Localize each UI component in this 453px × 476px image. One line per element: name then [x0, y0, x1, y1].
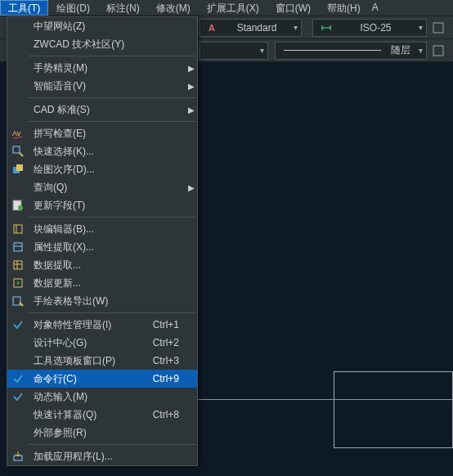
- check-icon: [7, 319, 29, 330]
- menu-shortcut: Ctrl+1: [153, 319, 186, 330]
- block-editor-icon: [7, 223, 29, 235]
- menu-label: 数据提取...: [29, 258, 186, 272]
- menu-item-voice[interactable]: 智能语音(V)▶: [7, 77, 197, 95]
- svg-point-12: [18, 205, 23, 210]
- color-dropdown[interactable]: ▾: [200, 42, 268, 60]
- menu-label: 属性提取(X)...: [29, 240, 186, 254]
- svg-rect-5: [433, 46, 443, 56]
- menu-item-load-app[interactable]: 加载应用程序(L)...: [7, 447, 197, 465]
- menu-item-attr-extract[interactable]: 属性提取(X)...: [7, 238, 197, 256]
- svg-text:Av: Av: [12, 129, 21, 137]
- menu-item-gesture[interactable]: 手势精灵(M)▶: [7, 59, 197, 77]
- update-fields-icon: [7, 200, 29, 211]
- menu-item-command-line[interactable]: 命令行(C) Ctrl+9: [7, 370, 197, 388]
- menu-label: CAD 标准(S): [29, 103, 186, 117]
- menu-label: ZWCAD 技术社区(Y): [29, 38, 186, 52]
- menu-item-hand-table[interactable]: 手绘表格导出(W): [7, 292, 197, 310]
- menu-label: 命令行(C): [29, 372, 153, 386]
- check-icon: [7, 373, 29, 384]
- menu-item-quick-calc[interactable]: 快速计算器(Q) Ctrl+8: [7, 406, 197, 424]
- menu-item-zw-site[interactable]: 中望网站(Z): [7, 17, 197, 35]
- menu-item-design-center[interactable]: 设计中心(G) Ctrl+2: [7, 334, 197, 352]
- chevron-down-icon: ▾: [290, 23, 298, 32]
- menu-item-dynamic-input[interactable]: 动态输入(M): [7, 388, 197, 406]
- submenu-arrow-icon: ▶: [186, 183, 197, 192]
- menu-item-tool-palette[interactable]: 工具选项板窗口(P) Ctrl+3: [7, 352, 197, 370]
- load-app-icon: [7, 451, 29, 462]
- menu-label: 数据更新...: [29, 276, 186, 290]
- chevron-down-icon: ▾: [257, 46, 264, 55]
- menu-item-update-fields[interactable]: 更新字段(T): [7, 196, 197, 214]
- menu-item-quick-select[interactable]: 快速选择(K)...: [7, 142, 197, 160]
- menu-cutoff: A: [369, 0, 382, 16]
- menu-item-xref[interactable]: 外部参照(R): [7, 424, 197, 442]
- menu-draw[interactable]: 绘图(D): [48, 0, 98, 16]
- svg-rect-15: [14, 243, 22, 251]
- menu-label: 绘图次序(D)...: [29, 163, 186, 177]
- text-style-label: Standard: [232, 22, 282, 34]
- attr-extract-icon: [7, 241, 29, 253]
- menu-label: 中望网站(Z): [29, 20, 186, 34]
- menu-help[interactable]: 帮助(H): [319, 0, 369, 16]
- svg-text:A: A: [209, 23, 215, 33]
- menu-dimension[interactable]: 标注(N): [98, 0, 148, 16]
- canvas-viewport-box: [334, 371, 453, 448]
- line-preview: [284, 50, 381, 51]
- menu-shortcut: Ctrl+9: [153, 373, 186, 384]
- menu-label: 查询(Q): [29, 181, 186, 195]
- menu-label: 手绘表格导出(W): [29, 294, 186, 308]
- toolbar-extra-icon[interactable]: [431, 20, 446, 35]
- linetype-label: 随层: [386, 43, 415, 57]
- menu-label: 快速选择(K)...: [29, 145, 186, 159]
- menu-item-zw-community[interactable]: ZWCAD 技术社区(Y): [7, 35, 197, 53]
- menubar: 工具(T) 绘图(D) 标注(N) 修改(M) 扩展工具(X) 窗口(W) 帮助…: [0, 0, 453, 16]
- text-style-dropdown[interactable]: A Standard ▾: [200, 19, 302, 37]
- menu-label: 智能语音(V): [29, 79, 186, 93]
- toolbar-extra-icon-2[interactable]: [431, 43, 446, 58]
- menu-item-spell-check[interactable]: Av 拼写检查(E): [7, 124, 197, 142]
- menu-label: 块编辑器(B)...: [29, 222, 186, 236]
- menu-shortcut: Ctrl+3: [153, 355, 186, 366]
- svg-rect-21: [13, 297, 20, 305]
- menu-tools[interactable]: 工具(T): [0, 0, 48, 16]
- submenu-arrow-icon: ▶: [186, 106, 197, 115]
- linetype-dropdown[interactable]: 随层 ▾: [275, 42, 427, 60]
- dim-style-dropdown[interactable]: ISO-25 ▾: [312, 19, 427, 37]
- menu-item-cad-standard[interactable]: CAD 标准(S)▶: [7, 101, 197, 119]
- menu-shortcut: Ctrl+8: [153, 409, 186, 420]
- dim-style-label: ISO-25: [355, 22, 396, 34]
- svg-rect-17: [14, 261, 22, 269]
- menu-label: 加载应用程序(L)...: [29, 450, 186, 464]
- hand-table-icon: [7, 295, 29, 307]
- spell-check-icon: Av: [7, 128, 29, 139]
- menu-shortcut: Ctrl+2: [153, 337, 186, 348]
- chevron-down-icon: ▾: [415, 23, 423, 32]
- svg-rect-10: [16, 164, 23, 171]
- menu-label: 外部参照(R): [29, 426, 186, 440]
- check-icon: [7, 391, 29, 402]
- submenu-arrow-icon: ▶: [186, 82, 197, 91]
- svg-line-8: [20, 153, 23, 156]
- menu-item-data-extract[interactable]: 数据提取...: [7, 256, 197, 274]
- text-style-icon: A: [206, 20, 221, 35]
- menu-item-draw-order[interactable]: 绘图次序(D)...: [7, 160, 197, 178]
- menu-label: 快速计算器(Q): [29, 408, 153, 422]
- tools-menu-dropdown: 中望网站(Z) ZWCAD 技术社区(Y) 手势精灵(M)▶ 智能语音(V)▶ …: [7, 16, 198, 466]
- menu-item-inquiry[interactable]: 查询(Q)▶: [7, 178, 197, 196]
- menu-label: 对象特性管理器(I): [29, 318, 153, 332]
- menu-label: 动态输入(M): [29, 390, 186, 404]
- svg-rect-7: [13, 146, 20, 153]
- menu-label: 工具选项板窗口(P): [29, 354, 153, 368]
- dim-style-icon: [319, 20, 334, 35]
- menu-label: 拼写检查(E): [29, 127, 186, 141]
- draw-order-icon: [7, 164, 29, 175]
- menu-window[interactable]: 窗口(W): [267, 0, 319, 16]
- data-update-icon: [7, 277, 29, 289]
- svg-rect-4: [433, 23, 443, 33]
- menu-item-properties[interactable]: 对象特性管理器(I) Ctrl+1: [7, 316, 197, 334]
- menu-extension[interactable]: 扩展工具(X): [199, 0, 267, 16]
- chevron-down-icon: ▾: [415, 46, 423, 55]
- menu-item-block-editor[interactable]: 块编辑器(B)...: [7, 220, 197, 238]
- menu-modify[interactable]: 修改(M): [148, 0, 199, 16]
- menu-item-data-update[interactable]: 数据更新...: [7, 274, 197, 292]
